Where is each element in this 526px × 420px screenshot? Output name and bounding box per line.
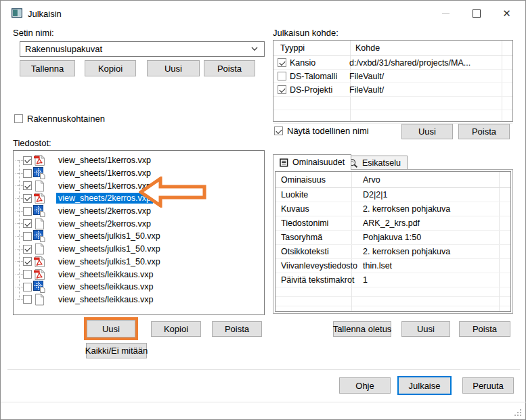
file-list-item[interactable]: view_sheets/julkis1_50.vxp: [14, 243, 264, 256]
file-checkbox[interactable]: [23, 219, 32, 228]
file-checkbox[interactable]: [23, 295, 32, 304]
target-checkbox[interactable]: [278, 72, 286, 80]
property-row[interactable]: Otsikkoteksti 2. kerroksen pohjakuva: [276, 245, 510, 259]
set-delete-button[interactable]: Poista: [204, 60, 255, 76]
publish-button[interactable]: Julkaise: [397, 376, 452, 395]
property-row[interactable]: Tasoryhmä Pohjakuva 1:50: [276, 231, 510, 245]
property-name: Otsikkoteksti: [276, 247, 357, 256]
file-name[interactable]: view_sheets/leikkaus.vxp: [56, 269, 155, 280]
tree-line: [16, 160, 23, 161]
target-path: FileVault/: [349, 85, 384, 95]
file-list-item[interactable]: view_sheets/julkis1_50.vxp: [14, 230, 264, 243]
cad-plot-icon: [33, 230, 45, 242]
file-type-icon: [33, 180, 45, 192]
file-name[interactable]: view_sheets/julkis1_50.vxp: [56, 243, 162, 254]
files-new-button[interactable]: Uusi: [87, 320, 135, 337]
show-real-name-row[interactable]: Näytä todellinen nimi: [274, 126, 369, 136]
tab-properties[interactable]: Ominaisuudet: [273, 154, 351, 170]
show-real-name-label: Näytä todellinen nimi: [287, 126, 369, 136]
property-value: 2. kerroksen pohjakuva: [357, 204, 450, 214]
set-copy-button[interactable]: Kopioi: [85, 60, 136, 76]
file-checkbox[interactable]: [23, 194, 32, 203]
file-type-icon: [33, 218, 45, 230]
file-list-item[interactable]: view_sheets/leikkaus.vxp: [14, 268, 264, 281]
column-header-type: Tyyppi: [273, 43, 350, 53]
building-specific-row[interactable]: Rakennuskohtainen: [14, 114, 105, 124]
set-name-value: Rakennuslupakuvat: [20, 44, 251, 54]
property-row[interactable]: Viivanleveystiedosto thin.lset: [276, 259, 510, 273]
set-save-button[interactable]: Tallenna: [20, 60, 75, 76]
file-type-icon: [33, 269, 45, 281]
target-delete-button[interactable]: Poista: [458, 124, 510, 139]
document-file-icon: [35, 218, 45, 230]
show-real-name-checkbox[interactable]: [274, 126, 283, 135]
file-type-icon: [33, 294, 45, 306]
property-row[interactable]: Päivitä tekstimakrot 1: [276, 273, 510, 287]
target-checkbox[interactable]: [278, 58, 286, 67]
property-row[interactable]: Kuvaus 2. kerroksen pohjakuva: [276, 202, 510, 216]
cad-plot-icon: [33, 167, 45, 179]
file-checkbox[interactable]: [23, 245, 32, 254]
building-specific-checkbox[interactable]: [14, 114, 23, 123]
file-list[interactable]: view_sheets/1kerros.vxp view_sheets/1ker…: [13, 150, 265, 315]
publish-target-row[interactable]: DS-Talomalli FileVault/: [273, 70, 512, 83]
file-checkbox[interactable]: [23, 257, 32, 266]
file-checkbox[interactable]: [23, 181, 32, 190]
tree-line: [16, 198, 23, 199]
file-list-item[interactable]: view_sheets/julkis1_50.vxp: [14, 256, 264, 269]
window-titlebar[interactable]: Julkaisin ✕: [1, 1, 525, 26]
publish-target-table[interactable]: Tyyppi Kohde Kansio d:/vxbd/31/shared/pr…: [273, 40, 513, 122]
property-value: 1: [357, 275, 368, 285]
file-list-item[interactable]: view_sheets/leikkaus.vxp: [14, 294, 264, 306]
statusbar-separator: [1, 402, 526, 402]
file-checkbox[interactable]: [23, 207, 32, 216]
property-row[interactable]: Tiedostonimi ARK_2_krs.pdf: [276, 216, 510, 231]
pdf-file-icon: [34, 256, 45, 268]
resize-grip[interactable]: [513, 408, 522, 417]
empty-row: [273, 110, 512, 124]
publish-target-row[interactable]: DS-Projekti FileVault/: [273, 83, 512, 97]
file-name[interactable]: view_sheets/julkis1_50.vxp: [56, 231, 162, 241]
files-delete-button[interactable]: Poista: [212, 321, 262, 337]
file-type-icon: [33, 167, 45, 179]
file-list-item[interactable]: view_sheets/2kerros.vxp: [14, 217, 264, 230]
file-name[interactable]: view_sheets/2kerros.vxp: [56, 218, 153, 229]
empty-row: [276, 297, 510, 306]
column-header-property: Ominaisuus: [276, 175, 357, 185]
file-checkbox[interactable]: [23, 156, 32, 165]
file-list-item[interactable]: view_sheets/leikkaus.vxp: [14, 281, 264, 294]
property-row[interactable]: Luokite D2|2|1: [276, 188, 510, 202]
target-type: DS-Projekti: [290, 85, 349, 95]
publish-target-row[interactable]: Kansio d:/vxbd/31/shared/projects/MA...: [273, 56, 512, 70]
file-list-item[interactable]: view_sheets/1kerros.vxp: [14, 154, 264, 167]
target-checkbox[interactable]: [278, 85, 286, 94]
cad-plot-icon: [33, 205, 45, 217]
file-checkbox[interactable]: [23, 283, 32, 291]
minimize-button[interactable]: [431, 1, 461, 26]
close-button[interactable]: ✕: [491, 1, 522, 26]
file-checkbox[interactable]: [23, 232, 32, 241]
properties-new-button[interactable]: Uusi: [401, 321, 450, 337]
file-checkbox[interactable]: [23, 169, 32, 178]
cancel-button[interactable]: Peruuta: [462, 377, 514, 394]
property-name: Viivanleveystiedosto: [276, 261, 357, 271]
file-type-icon: [33, 243, 45, 255]
file-checkbox[interactable]: [23, 270, 32, 279]
set-name-combobox[interactable]: Rakennuslupakuvat: [20, 41, 265, 57]
properties-delete-button[interactable]: Poista: [459, 321, 510, 337]
column-header-target: Kohde: [350, 43, 380, 53]
file-name[interactable]: view_sheets/leikkaus.vxp: [56, 281, 155, 292]
file-name[interactable]: view_sheets/1kerros.vxp: [56, 155, 153, 166]
help-button[interactable]: Ohje: [339, 377, 391, 394]
maximize-icon: [473, 9, 481, 18]
target-new-button[interactable]: Uusi: [401, 124, 453, 139]
maximize-button[interactable]: [461, 1, 491, 26]
file-name[interactable]: view_sheets/leikkaus.vxp: [56, 294, 155, 305]
files-copy-button[interactable]: Kopioi: [151, 321, 201, 337]
file-name[interactable]: view_sheets/julkis1_50.vxp: [56, 256, 162, 267]
publish-target-header: Tyyppi Kohde: [273, 41, 512, 56]
set-new-button[interactable]: Uusi: [147, 60, 200, 76]
save-default-button[interactable]: Tallenna oletus: [333, 321, 391, 337]
toggle-all-button[interactable]: Kaikki/Ei mitään: [86, 343, 147, 358]
properties-table[interactable]: Ominaisuus Arvo Luokite D2|2|1 Kuvaus 2.…: [275, 171, 511, 312]
